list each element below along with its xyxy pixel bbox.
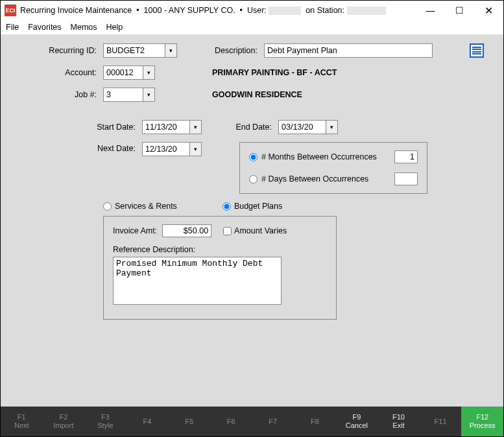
fk-f1[interactable]: F1Next — [1, 407, 43, 436]
user-val-blur — [269, 6, 301, 15]
amount-varies-checkbox[interactable] — [223, 227, 232, 235]
amount-varies-wrap[interactable]: Amount Varies — [223, 226, 287, 235]
menu-favorites[interactable]: Favorites — [28, 23, 61, 32]
next-date-value: 12/13/20 — [145, 145, 177, 154]
titlebar: ECI Recurring Invoice Maintenance • 1000… — [1, 1, 503, 20]
window: ECI Recurring Invoice Maintenance • 1000… — [0, 0, 504, 437]
account-value: 000012 — [106, 68, 134, 77]
menu-memos[interactable]: Memos — [71, 23, 97, 32]
fk-f4[interactable]: F4 — [126, 407, 169, 436]
days-between-label: # Days Between Occurrences — [261, 174, 368, 183]
fk-f7[interactable]: F7 — [252, 407, 294, 436]
job-value: 3 — [106, 90, 111, 99]
title-text: Recurring Invoice Maintenance • 1000 - A… — [20, 6, 386, 15]
description-label: Description: — [212, 46, 258, 55]
months-between-radio-wrap[interactable]: # Months Between Occurrences — [249, 152, 394, 161]
fk-f3[interactable]: F3Style — [84, 407, 126, 436]
fk-f10[interactable]: F10Exit — [378, 407, 420, 436]
services-rents-radio-wrap[interactable]: Services & Rents — [103, 202, 177, 211]
company-id: 1000 - ANY SUPPLY CO. — [144, 6, 235, 15]
chevron-down-icon[interactable]: ▾ — [143, 88, 154, 101]
days-between-radio-wrap[interactable]: # Days Between Occurrences — [249, 174, 394, 183]
chevron-down-icon[interactable]: ▾ — [326, 121, 337, 134]
budget-plans-radio-wrap[interactable]: Budget Plans — [222, 202, 282, 211]
days-between-input[interactable] — [394, 172, 418, 185]
recurring-id-value: BUDGET2 — [106, 46, 145, 55]
days-between-radio[interactable] — [249, 175, 258, 183]
window-controls: ― ☐ ✕ — [416, 1, 503, 20]
description-input[interactable] — [264, 43, 433, 58]
invoice-amt-label: Invoice Amt: — [113, 226, 157, 235]
fk-f2[interactable]: F2Import — [43, 407, 85, 436]
amount-varies-label: Amount Varies — [234, 226, 287, 235]
next-date-combo[interactable]: 12/13/20 ▾ — [142, 142, 202, 156]
months-between-label: # Months Between Occurrences — [261, 152, 377, 161]
menu-file[interactable]: File — [6, 23, 19, 32]
start-date-value: 11/13/20 — [145, 123, 177, 132]
recurring-id-combo[interactable]: BUDGET2 ▾ — [103, 43, 177, 58]
job-combo[interactable]: 3 ▾ — [103, 88, 155, 102]
chevron-down-icon[interactable]: ▾ — [189, 121, 201, 134]
services-rents-radio[interactable] — [103, 202, 112, 211]
fk-f8[interactable]: F8 — [294, 407, 336, 436]
end-date-label: End Date: — [217, 123, 272, 132]
user-label: User: — [247, 6, 267, 15]
months-between-input[interactable] — [394, 150, 418, 163]
end-date-value: 03/13/20 — [282, 123, 313, 132]
app-logo: ECI — [5, 5, 16, 16]
budget-plans-label: Budget Plans — [234, 202, 282, 211]
content-area: Recurring ID: BUDGET2 ▾ Description: Acc… — [1, 34, 503, 407]
chevron-down-icon[interactable]: ▾ — [165, 44, 176, 57]
app-name: Recurring Invoice Maintenance — [20, 6, 132, 15]
fk-f6[interactable]: F6 — [210, 407, 252, 436]
start-date-label: Start Date: — [14, 123, 136, 132]
fk-f9[interactable]: F9Cancel — [336, 407, 378, 436]
start-date-combo[interactable]: 11/13/20 ▾ — [142, 120, 202, 134]
months-between-radio[interactable] — [249, 153, 258, 161]
fk-f11[interactable]: F11 — [420, 407, 462, 436]
chevron-down-icon[interactable]: ▾ — [143, 66, 154, 79]
station-val-blur — [347, 6, 386, 15]
list-icon[interactable] — [470, 43, 484, 58]
reference-description-label: Reference Description: — [113, 245, 327, 254]
plan-type-row: Services & Rents Budget Plans — [103, 202, 490, 211]
recurring-id-label: Recurring ID: — [14, 46, 97, 55]
job-label: Job #: — [14, 90, 97, 99]
menubar: File Favorites Memos Help — [1, 20, 503, 34]
function-key-bar: F1Next F2Import F3Style F4 F5 F6 F7 F8 F… — [1, 407, 503, 436]
occurrence-box: # Months Between Occurrences # Days Betw… — [239, 142, 427, 194]
fk-f5[interactable]: F5 — [168, 407, 210, 436]
account-label: Account: — [14, 68, 97, 77]
budget-plans-radio[interactable] — [222, 202, 231, 211]
invoice-amt-input[interactable] — [162, 224, 211, 237]
next-date-label: Next Date: — [14, 142, 136, 153]
chevron-down-icon[interactable]: ▾ — [189, 143, 201, 156]
services-rents-label: Services & Rents — [115, 202, 177, 211]
maximize-button[interactable]: ☐ — [445, 1, 474, 20]
minimize-button[interactable]: ― — [416, 1, 445, 20]
close-button[interactable]: ✕ — [474, 1, 503, 20]
station-label: on Station: — [306, 6, 344, 15]
account-name: PRIMARY PAINTING - BF - ACCT — [212, 68, 337, 77]
reference-description-input[interactable] — [113, 257, 282, 305]
job-name: GOODWIN RESIDENCE — [212, 90, 302, 99]
detail-box: Invoice Amt: Amount Varies Reference Des… — [103, 216, 337, 320]
fk-f12[interactable]: F12Process — [461, 407, 503, 436]
menu-help[interactable]: Help — [106, 23, 123, 32]
account-combo[interactable]: 000012 ▾ — [103, 65, 155, 80]
end-date-combo[interactable]: 03/13/20 ▾ — [278, 120, 338, 134]
